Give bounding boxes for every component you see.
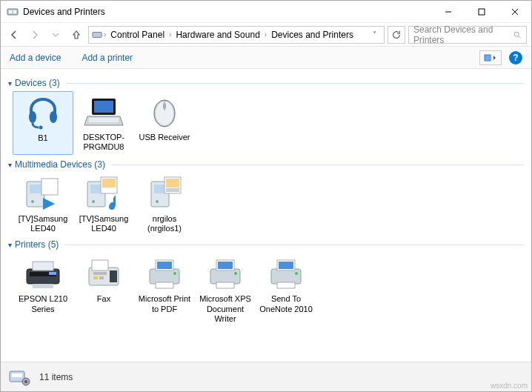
svg-point-53 <box>173 272 176 275</box>
device-item[interactable]: Fax <box>73 253 134 325</box>
svg-rect-45 <box>110 270 117 282</box>
back-button[interactable] <box>5 26 23 44</box>
status-text: 11 items <box>39 372 73 382</box>
fax-icon <box>83 256 124 291</box>
device-item[interactable]: Microsoft Print to PDF <box>134 253 195 325</box>
svg-rect-1 <box>9 10 12 13</box>
collapse-icon: ▾ <box>8 241 12 249</box>
group-header[interactable]: ▾Multimedia Devices (3) <box>8 159 524 170</box>
device-item[interactable]: [TV]Samsung LED40 <box>73 173 134 235</box>
command-bar: Add a device Add a printer ? <box>1 47 531 69</box>
chevron-right-icon: › <box>104 30 106 39</box>
device-item[interactable]: [TV]Samsung LED40 <box>13 173 73 235</box>
device-label: EPSON L210 Series <box>14 294 72 313</box>
device-label: [TV]Samsung LED40 <box>14 214 72 233</box>
svg-rect-57 <box>216 282 234 288</box>
device-label: [TV]Samsung LED40 <box>75 214 133 233</box>
svg-rect-59 <box>271 269 301 284</box>
media-server-music-icon <box>83 176 124 211</box>
breadcrumb-item[interactable]: Control Panel <box>107 30 167 40</box>
device-item[interactable]: USB Receiver <box>134 91 195 155</box>
printer-icon <box>265 256 307 291</box>
svg-rect-52 <box>156 282 173 288</box>
svg-rect-37 <box>166 188 179 192</box>
svg-rect-61 <box>279 262 293 269</box>
mouse-icon <box>144 94 185 130</box>
svg-point-13 <box>39 126 43 130</box>
device-item[interactable]: nrgilos (nrgilos1) <box>134 173 195 235</box>
status-bar: 11 items <box>1 362 531 391</box>
breadcrumb[interactable]: › Control Panel › Hardware and Sound › D… <box>88 26 385 44</box>
svg-rect-10 <box>485 55 491 61</box>
group-header[interactable]: ▾Devices (3) <box>8 78 524 88</box>
svg-point-11 <box>29 111 36 123</box>
device-label: B1 <box>15 133 71 153</box>
svg-line-9 <box>519 36 521 38</box>
svg-point-23 <box>31 200 34 203</box>
window-controls <box>431 1 531 23</box>
view-options-button[interactable] <box>479 50 502 65</box>
svg-point-58 <box>234 272 237 275</box>
group-name: Devices (3) <box>15 78 60 88</box>
group-items: [TV]Samsung LED40[TV]Samsung LED40nrgilo… <box>8 173 524 235</box>
svg-rect-54 <box>210 269 240 284</box>
up-button[interactable] <box>67 26 85 44</box>
svg-rect-20 <box>163 103 166 109</box>
breadcrumb-item[interactable]: Devices and Printers <box>268 30 356 40</box>
svg-point-28 <box>92 200 95 203</box>
device-label: USB Receiver <box>136 133 193 152</box>
minimize-button[interactable] <box>431 1 465 23</box>
group-items: EPSON L210 SeriesFaxMicrosoft Print to P… <box>8 253 524 325</box>
group-divider <box>111 165 524 165</box>
bluetooth-headset-icon <box>22 95 64 130</box>
svg-rect-15 <box>94 101 113 113</box>
help-icon: ? <box>513 53 518 63</box>
svg-rect-2 <box>13 10 16 13</box>
svg-rect-46 <box>93 272 107 275</box>
svg-rect-62 <box>277 282 295 288</box>
svg-point-67 <box>24 380 27 383</box>
device-item[interactable]: Send To OneNote 2010 <box>256 253 316 325</box>
media-server-play-icon <box>22 176 64 211</box>
svg-rect-42 <box>49 272 56 275</box>
media-server-icon <box>144 176 185 211</box>
svg-rect-47 <box>93 276 98 279</box>
maximize-button[interactable] <box>465 1 498 23</box>
svg-point-8 <box>514 32 519 36</box>
svg-rect-49 <box>150 269 179 284</box>
add-device-button[interactable]: Add a device <box>10 53 61 63</box>
window-icon <box>7 6 19 18</box>
breadcrumb-dropdown-button[interactable]: ˅ <box>368 30 381 39</box>
breadcrumb-root-icon <box>92 30 102 40</box>
group-name: Multimedia Devices (3) <box>15 159 105 170</box>
svg-rect-41 <box>33 284 53 288</box>
search-input[interactable]: Search Devices and Printers <box>408 26 527 44</box>
status-icon <box>8 367 32 388</box>
printer-icon <box>144 256 185 291</box>
content-area: ▾Devices (3)B1DESKTOP-PRGMDU8USB Receive… <box>1 69 531 362</box>
search-icon <box>513 30 522 39</box>
svg-point-63 <box>295 272 298 275</box>
group-divider <box>64 245 524 245</box>
recent-locations-button[interactable] <box>47 26 64 44</box>
help-button[interactable]: ? <box>509 51 522 64</box>
close-button[interactable] <box>498 1 531 23</box>
device-item[interactable]: DESKTOP-PRGMDU8 <box>73 91 134 155</box>
svg-rect-39 <box>33 262 53 270</box>
svg-rect-30 <box>102 179 116 187</box>
add-printer-button[interactable]: Add a printer <box>82 53 133 63</box>
breadcrumb-item[interactable]: Hardware and Sound <box>173 30 262 40</box>
svg-rect-16 <box>89 118 119 122</box>
device-label: Microsoft XPS Document Writer <box>196 294 254 324</box>
device-item[interactable]: B1 <box>13 91 73 155</box>
svg-rect-4 <box>479 9 485 15</box>
svg-rect-36 <box>166 179 179 187</box>
forward-button[interactable] <box>26 26 44 44</box>
device-item[interactable]: Microsoft XPS Document Writer <box>195 253 256 325</box>
refresh-button[interactable] <box>388 26 405 44</box>
chevron-right-icon: › <box>265 30 267 39</box>
device-item[interactable]: EPSON L210 Series <box>13 253 73 325</box>
svg-rect-44 <box>92 260 108 270</box>
group-header[interactable]: ▾Printers (5) <box>8 239 524 250</box>
navigation-bar: › Control Panel › Hardware and Sound › D… <box>1 23 531 47</box>
